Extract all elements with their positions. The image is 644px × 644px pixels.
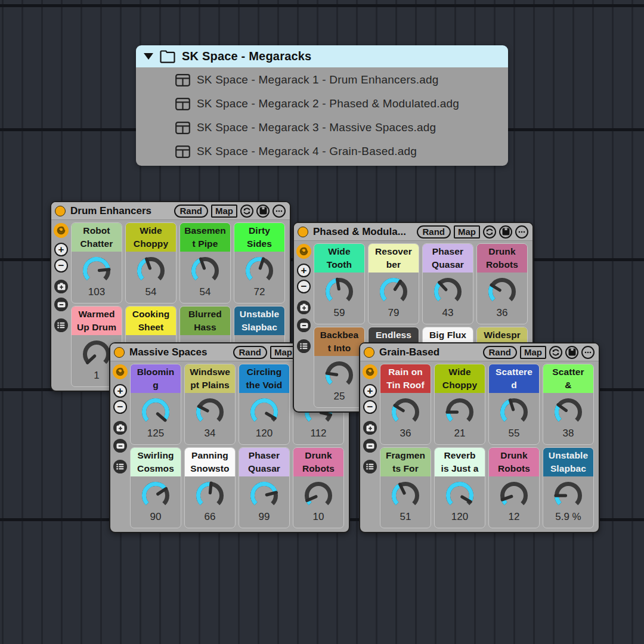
macro-knob[interactable] — [139, 479, 172, 512]
macro-knob[interactable] — [389, 479, 422, 512]
remove-macro-button[interactable]: − — [54, 259, 68, 273]
macro-value: 25 — [334, 391, 345, 402]
save-icon[interactable] — [256, 205, 270, 218]
macro-label: Unstable Slapbac — [234, 306, 284, 335]
save-icon[interactable] — [499, 225, 512, 239]
macro-knob[interactable] — [134, 254, 168, 287]
macro-knob[interactable] — [80, 338, 113, 371]
macro-knob[interactable] — [323, 358, 356, 392]
rand-button[interactable]: Rand — [417, 225, 451, 239]
hide-macros-button[interactable] — [54, 298, 68, 311]
add-macro-button[interactable]: + — [297, 264, 311, 277]
file-item[interactable]: SK Space - Megarack 4 - Grain-Based.adg — [136, 140, 508, 163]
hide-macros-button[interactable] — [113, 439, 127, 453]
browser-panel: SK Space - Megaracks SK Space - Megarack… — [136, 45, 508, 166]
map-button[interactable]: Map — [454, 225, 480, 239]
rerandomize-icon[interactable] — [549, 346, 562, 359]
macro-label: Scattere d — [489, 364, 539, 393]
macro-knob[interactable] — [377, 275, 410, 308]
more-options-icon[interactable] — [515, 225, 528, 239]
macro-knob[interactable] — [443, 479, 476, 512]
macro-knob[interactable] — [302, 479, 335, 512]
map-button[interactable]: Map — [211, 205, 237, 218]
file-item[interactable]: SK Space - Megarack 2 - Phased & Modulat… — [136, 92, 508, 116]
folder-row[interactable]: SK Space - Megaracks — [136, 45, 508, 67]
macro-knob[interactable] — [443, 395, 476, 429]
add-macro-button[interactable]: + — [54, 243, 68, 256]
rerandomize-icon[interactable] — [240, 205, 253, 218]
device-activator-toggle[interactable] — [364, 347, 374, 358]
macro-variations-icon[interactable] — [363, 364, 377, 379]
macro-knob[interactable] — [497, 479, 531, 512]
rand-button[interactable]: Rand — [233, 346, 268, 359]
variation-list-button[interactable] — [363, 460, 377, 473]
variation-list-button[interactable] — [54, 318, 68, 332]
macro-knob[interactable] — [497, 395, 531, 429]
macro-knob-area: 43 — [423, 273, 473, 324]
macro-knob[interactable] — [247, 395, 281, 429]
add-macro-button[interactable]: + — [113, 384, 127, 398]
map-button[interactable]: Map — [520, 346, 546, 359]
macro-knob[interactable] — [389, 395, 422, 429]
remove-macro-button[interactable]: − — [363, 400, 377, 414]
macro-label: Scatter & — [543, 364, 593, 393]
variation-list-button[interactable] — [297, 339, 311, 353]
rand-button[interactable]: Rand — [483, 346, 518, 359]
file-item[interactable]: SK Space - Megarack 3 - Massive Spaces.a… — [136, 116, 508, 140]
macro-knob-area: 55 — [489, 393, 539, 444]
macro-knob[interactable] — [552, 479, 585, 512]
more-options-icon[interactable] — [273, 205, 286, 218]
macro-variations-icon[interactable] — [113, 364, 128, 379]
rand-button[interactable]: Rand — [174, 205, 209, 218]
macro-variations-icon[interactable] — [296, 244, 311, 259]
macro-knob[interactable] — [243, 254, 276, 287]
macro-label: Panning Snowsto — [185, 448, 235, 476]
macro-variations-icon[interactable] — [54, 223, 69, 238]
hide-macros-button[interactable] — [363, 439, 377, 453]
macro-knob-area: 36 — [380, 393, 431, 444]
more-options-icon[interactable] — [581, 346, 595, 359]
variation-list-button[interactable] — [113, 460, 127, 473]
hide-macros-button[interactable] — [297, 318, 311, 332]
macro-knob[interactable] — [323, 275, 356, 308]
save-icon[interactable] — [565, 346, 578, 359]
macro-knob[interactable] — [485, 275, 519, 308]
device-rack-icon — [175, 145, 190, 158]
macro-knob[interactable] — [193, 479, 227, 512]
macro-knob[interactable] — [188, 254, 222, 287]
rack-title: Phased & Modula... — [313, 226, 406, 238]
add-macro-button[interactable]: + — [363, 384, 377, 398]
macro-label: Backbea t Into — [314, 327, 364, 356]
macro-cell: Wide Choppy54 — [125, 222, 177, 304]
remove-macro-button[interactable]: − — [113, 400, 127, 414]
macro-knob[interactable] — [431, 275, 465, 308]
snapshot-camera-button[interactable] — [113, 421, 127, 435]
folder-name: SK Space - Megaracks — [182, 49, 311, 63]
device-activator-toggle[interactable] — [298, 227, 308, 237]
device-activator-toggle[interactable] — [55, 206, 66, 216]
snapshot-camera-button[interactable] — [363, 421, 377, 435]
macro-value: 99 — [259, 511, 270, 523]
rerandomize-icon[interactable] — [483, 225, 496, 239]
device-activator-toggle[interactable] — [114, 347, 125, 358]
macro-cell: Drunk Robots12 — [488, 447, 540, 528]
macro-knob[interactable] — [193, 395, 227, 429]
macro-value: 59 — [334, 307, 345, 319]
macro-knob[interactable] — [80, 254, 113, 287]
remove-macro-button[interactable]: − — [297, 280, 311, 293]
macro-knob[interactable] — [247, 479, 281, 512]
macro-knob-area: 99 — [239, 476, 289, 528]
macro-knob[interactable] — [552, 395, 585, 429]
macro-knob[interactable] — [139, 395, 172, 429]
macro-knob-area: 120 — [239, 393, 289, 444]
knob-pointer — [99, 270, 109, 271]
macro-label: Drunk Robots — [293, 448, 343, 476]
macro-value: 120 — [451, 511, 468, 523]
snapshot-camera-button[interactable] — [54, 280, 68, 293]
file-item[interactable]: SK Space - Megarack 1 - Drum Enhancers.a… — [136, 68, 508, 92]
macro-cell: Robot Chatter103 — [71, 222, 122, 304]
macro-value: 43 — [442, 307, 454, 319]
snapshot-camera-button[interactable] — [297, 301, 311, 314]
macro-knob-area: 54 — [126, 252, 176, 303]
collapse-triangle-icon[interactable] — [144, 53, 153, 60]
